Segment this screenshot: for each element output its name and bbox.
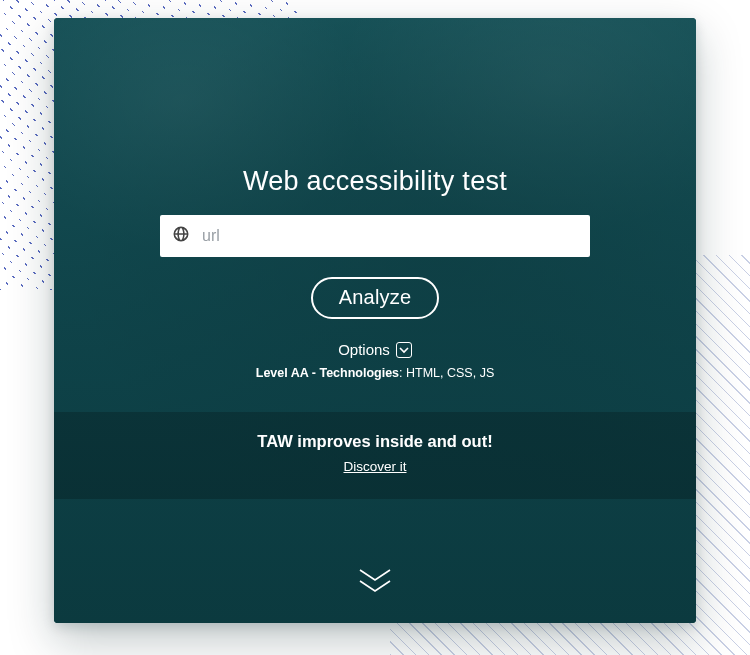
options-dropdown-icon [396, 342, 412, 358]
accessibility-test-card: Web accessibility test Analyze Options L… [54, 18, 696, 623]
options-summary-level: Level AA - Technologies [256, 366, 399, 380]
page-title: Web accessibility test [243, 166, 507, 197]
url-input[interactable] [160, 215, 590, 257]
promo-band: TAW improves inside and out! Discover it [54, 412, 696, 499]
options-summary-tech: : HTML, CSS, JS [399, 366, 494, 380]
hero-content: Web accessibility test Analyze Options L… [54, 18, 696, 623]
globe-icon [172, 225, 190, 247]
analyze-button[interactable]: Analyze [311, 277, 440, 319]
url-input-wrapper [160, 215, 590, 257]
options-summary: Level AA - Technologies: HTML, CSS, JS [256, 366, 494, 380]
options-toggle[interactable]: Options [338, 341, 412, 358]
options-label: Options [338, 341, 390, 358]
scroll-down-chevrons-icon[interactable] [358, 568, 392, 595]
discover-link[interactable]: Discover it [343, 459, 406, 474]
promo-headline: TAW improves inside and out! [54, 432, 696, 451]
